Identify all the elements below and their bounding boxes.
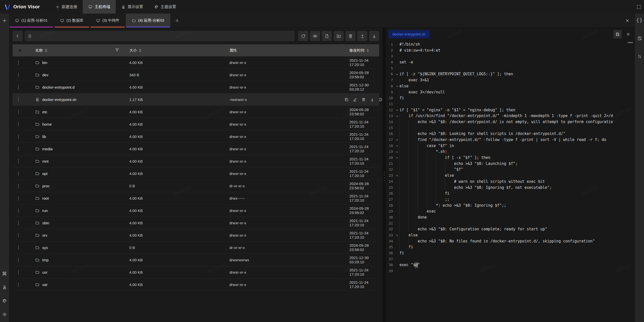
nav-item-display-settings[interactable]: 显示设置: [116, 0, 149, 14]
row-copy-path-button[interactable]: [379, 97, 383, 102]
file-row-dev[interactable]: dev340 Bdrwxr-xr-x2024-05-28 23:58:02: [13, 69, 379, 81]
row-edit-button[interactable]: [353, 97, 357, 102]
file-row-usr[interactable]: usr4.00 KBdrwxr-xr-x2021-11-24 17:20:10: [13, 266, 379, 278]
code-line[interactable]: 2# vim:sw=4:ts=4:et: [386, 48, 635, 54]
column-header-name[interactable]: 名称: [29, 48, 129, 53]
code-line[interactable]: 21echo >&3 "$0: Launching $f";: [386, 161, 635, 167]
filter-funnel-icon[interactable]: [115, 48, 119, 53]
row-checkbox[interactable]: [18, 221, 19, 225]
row-checkbox[interactable]: [18, 60, 19, 65]
code-line[interactable]: 4set -e: [386, 59, 635, 65]
code-line[interactable]: 9exec 3>/dev/null: [386, 89, 635, 95]
file-row-var[interactable]: var4.00 KBdrwxr-xr-x2021-11-24 17:20:10: [13, 278, 379, 291]
rail-file-bookmark-button[interactable]: [636, 35, 643, 42]
row-checkbox[interactable]: [18, 73, 19, 77]
code-line[interactable]: 34echo >&3 "$0: No files found in /docke…: [386, 238, 635, 244]
code-line[interactable]: 22"$f": [386, 167, 635, 173]
back-button[interactable]: [13, 31, 23, 41]
file-row-sys[interactable]: sys0 Bdr-xr-xr-x2024-05-28 23:58:02: [13, 241, 379, 254]
fold-toggle[interactable]: [395, 232, 399, 238]
select-all-checkbox[interactable]: [18, 49, 22, 52]
code-line[interactable]: 39: [386, 268, 635, 274]
row-checkbox[interactable]: [18, 233, 19, 238]
path-input[interactable]: [25, 31, 295, 41]
download-button[interactable]: [369, 31, 379, 41]
terminal-tab-4[interactable]: (4) 应用-分析02: [126, 14, 170, 27]
code-line[interactable]: 27;;: [386, 197, 635, 203]
fullscreen-icon[interactable]: [635, 3, 642, 10]
code-line[interactable]: 31: [386, 221, 635, 227]
path-input-field[interactable]: [34, 34, 292, 39]
code-line[interactable]: 16echo >&3 "$0: Looking for shell script…: [386, 131, 635, 137]
code-line[interactable]: 15: [386, 125, 635, 131]
row-checkbox[interactable]: [18, 282, 19, 287]
file-row-etc[interactable]: etc4.00 KBdrwxr-xr-x2024-05-28 23:58:02: [13, 106, 379, 118]
code-line[interactable]: 29esac: [386, 208, 635, 214]
row-checkbox[interactable]: [18, 171, 19, 176]
row-checkbox[interactable]: [18, 110, 19, 114]
code-line[interactable]: 32echo >&3 "$0: Configuration complete; …: [386, 226, 635, 232]
rail-settings-button[interactable]: [1, 311, 8, 318]
code-line[interactable]: 3: [386, 53, 635, 59]
code-line[interactable]: 38exec "$@": [386, 262, 635, 268]
row-checkbox[interactable]: [18, 147, 19, 151]
row-checkbox[interactable]: [18, 196, 19, 201]
code-line[interactable]: 23else: [386, 173, 635, 179]
editor-scrollbar-thumb[interactable]: [628, 42, 633, 43]
code-line[interactable]: 8else: [386, 83, 635, 89]
code-line[interactable]: 18case "$f" in: [386, 143, 635, 149]
fold-toggle[interactable]: [395, 137, 399, 143]
code-line[interactable]: 30done: [386, 214, 635, 221]
rail-command-button[interactable]: ⌘: [1, 270, 8, 277]
code-line[interactable]: 26fi: [386, 191, 635, 197]
fold-toggle[interactable]: [395, 149, 399, 155]
fold-toggle[interactable]: [395, 143, 399, 149]
code-line[interactable]: 24# warn on shell scripts without exec b…: [386, 179, 635, 185]
brand[interactable]: Orion Visor: [4, 4, 40, 10]
row-checkbox[interactable]: [18, 134, 19, 139]
file-row-docker-entrypoint.sh[interactable]: docker-entrypoint.sh1.17 KB-rwxrwxr-x: [13, 93, 379, 106]
refresh-button[interactable]: [298, 31, 308, 41]
editor-file-tab[interactable]: docker-entrypoint.sh: [388, 30, 430, 39]
new-file-button[interactable]: [322, 31, 332, 41]
row-checkbox[interactable]: [18, 159, 19, 164]
close-all-tabs-button[interactable]: [620, 14, 635, 27]
terminal-tab-2[interactable]: (2) 数据库: [54, 14, 90, 27]
column-header-size[interactable]: 大小: [129, 48, 225, 53]
rail-palette-button[interactable]: [1, 297, 8, 304]
file-row-root[interactable]: root4.00 KBdrwx------2021-11-24 17:20:10: [13, 192, 379, 204]
row-checkbox[interactable]: [18, 97, 19, 102]
terminal-tab-3[interactable]: (3) 中间件: [90, 14, 126, 27]
code-line[interactable]: 36fi: [386, 250, 635, 256]
file-row-mnt[interactable]: mnt4.00 KBdrwxr-xr-x2021-11-24 17:20:10: [13, 155, 379, 167]
upload-button[interactable]: [357, 31, 367, 41]
file-row-media[interactable]: media4.00 KBdrwxr-xr-x2021-11-24 17:20:1…: [13, 143, 379, 155]
delete-button[interactable]: [345, 31, 355, 41]
code-line[interactable]: 13if /usr/bin/find "/docker-entrypoint.d…: [386, 113, 635, 119]
row-checkbox[interactable]: [18, 270, 19, 275]
row-download-button[interactable]: [370, 97, 374, 102]
row-checkbox[interactable]: [18, 85, 19, 90]
code-line[interactable]: 17find "/docker-entrypoint.d/" -follow -…: [386, 137, 635, 143]
row-checkbox[interactable]: [18, 184, 19, 188]
file-row-home[interactable]: home4.00 KBdrwxr-xr-x2021-11-24 17:20:10: [13, 118, 379, 130]
code-line[interactable]: 11: [386, 101, 635, 107]
preview-button[interactable]: [310, 31, 320, 41]
fold-toggle[interactable]: [395, 113, 399, 119]
fold-toggle[interactable]: [395, 71, 399, 77]
file-row-sbin[interactable]: sbin4.00 KBdrwxr-xr-x2021-11-24 17:20:10: [13, 217, 379, 229]
fold-toggle[interactable]: [395, 107, 399, 113]
code-line[interactable]: 25echo >&3 "$0: Ignoring $f, not executa…: [386, 185, 635, 191]
code-line[interactable]: 28*) echo >&3 "$0: Ignoring $f";;: [386, 203, 635, 209]
code-line[interactable]: 10fi: [386, 95, 635, 101]
close-editor-button[interactable]: [624, 30, 632, 39]
row-copy-button[interactable]: [344, 97, 349, 102]
terminal-tab-1[interactable]: (1) 应用-分析01: [9, 14, 54, 27]
row-checkbox[interactable]: [18, 122, 19, 127]
code-line[interactable]: 14echo >&3 "$0: /docker-entrypoint.d/ is…: [386, 119, 635, 125]
fold-toggle[interactable]: [395, 83, 399, 89]
row-checkbox[interactable]: [18, 258, 19, 262]
add-tab-button[interactable]: [171, 14, 183, 27]
code-line[interactable]: 37: [386, 256, 635, 262]
new-folder-button[interactable]: [334, 31, 344, 41]
